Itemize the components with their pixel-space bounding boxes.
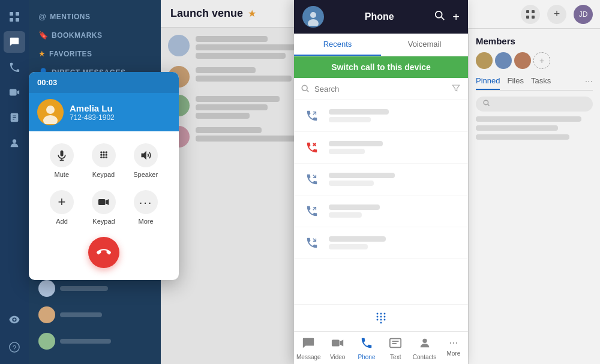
- channel-favorites[interactable]: ★ FAVORITES: [29, 44, 161, 63]
- keypad-button-2[interactable]: Keypad: [92, 190, 116, 225]
- user-avatar-btn[interactable]: JD: [574, 5, 593, 24]
- sidebar-icon-phone[interactable]: [4, 56, 25, 78]
- phone-search-bar: [294, 78, 468, 100]
- recent-item-2[interactable]: [294, 132, 468, 164]
- dm-item-2[interactable]: [34, 304, 156, 326]
- mentions-label: MENTIONS: [50, 13, 90, 21]
- nav-text[interactable]: Text: [381, 332, 410, 364]
- member-avatars: +: [476, 52, 593, 69]
- svg-point-58: [422, 339, 427, 343]
- recent-item-4[interactable]: [294, 195, 468, 227]
- svg-rect-13: [532, 10, 535, 13]
- nav-message-label: Message: [296, 354, 321, 360]
- nav-video[interactable]: Video: [323, 332, 352, 364]
- tab-files[interactable]: Files: [507, 76, 523, 90]
- phone-add-icon[interactable]: +: [452, 10, 460, 24]
- nav-more[interactable]: ··· More: [439, 332, 468, 364]
- panel-search: [476, 97, 593, 112]
- right-panel: + JD Members + Pinned Files Tasks ···: [468, 0, 600, 364]
- mute-button[interactable]: Mute: [50, 143, 74, 178]
- dialpad-button[interactable]: [294, 304, 468, 331]
- recent-info-3: [329, 173, 452, 186]
- svg-point-28: [103, 154, 104, 156]
- recent-detail-line: [329, 117, 371, 122]
- more-icon: ···: [134, 190, 158, 214]
- svg-rect-1: [16, 12, 19, 16]
- svg-point-46: [384, 313, 386, 315]
- tab-tasks[interactable]: Tasks: [531, 76, 551, 90]
- recent-item-3[interactable]: [294, 164, 468, 195]
- search-icon-phone: [301, 85, 310, 93]
- member-avatar-1: [476, 52, 493, 69]
- panel-line: [476, 134, 569, 140]
- svg-rect-2: [10, 18, 13, 22]
- call-actions-row-1: Mute Keypad: [41, 143, 167, 178]
- speaker-button[interactable]: Speaker: [133, 143, 158, 178]
- tab-voicemail[interactable]: Voicemail: [381, 34, 468, 56]
- nav-message[interactable]: Message: [294, 332, 323, 364]
- recent-name-line: [329, 141, 383, 146]
- chat-line: [196, 113, 250, 119]
- dialpad-icon: [98, 149, 110, 161]
- phone-header-avatar: [302, 6, 324, 28]
- phone-title: Phone: [330, 11, 428, 22]
- recent-detail-line: [329, 181, 374, 186]
- phone-search-input[interactable]: [314, 85, 446, 94]
- end-call-button[interactable]: [88, 237, 119, 268]
- nav-more-label: More: [446, 350, 460, 357]
- recent-info-5: [329, 236, 452, 249]
- channel-mentions[interactable]: @ MENTIONS: [29, 7, 161, 26]
- sidebar-icon-meetings[interactable]: [4, 82, 25, 103]
- keypad-button-1[interactable]: Keypad: [92, 143, 116, 178]
- svg-point-47: [377, 316, 379, 318]
- more-nav-icon: ···: [449, 336, 458, 349]
- svg-point-9: [13, 139, 16, 143]
- svg-point-44: [377, 313, 379, 315]
- svg-point-40: [302, 85, 307, 91]
- add-icon-btn[interactable]: +: [547, 5, 566, 24]
- sidebar-icon-notes[interactable]: [4, 107, 25, 128]
- sidebar-icon-settings[interactable]: [4, 309, 25, 330]
- nav-phone[interactable]: Phone: [352, 332, 381, 364]
- chat-line: [196, 44, 304, 50]
- member-avatar-2: [495, 52, 512, 69]
- add-member-btn[interactable]: +: [533, 52, 550, 69]
- right-panel-body: Members + Pinned Files Tasks ···: [476, 36, 593, 140]
- call-actions-section: Mute Keypad: [29, 131, 179, 280]
- more-options-btn[interactable]: ···: [585, 76, 593, 90]
- video-icon: [92, 190, 116, 214]
- sidebar-icon-people[interactable]: [4, 132, 25, 154]
- chat-line: [196, 36, 268, 42]
- phone-search-icon[interactable]: [434, 10, 445, 24]
- end-call-icon: [97, 245, 111, 260]
- sidebar-icon-help[interactable]: ?: [4, 336, 25, 358]
- dm-item-1[interactable]: [34, 278, 156, 299]
- sidebar-icon-chat[interactable]: [4, 31, 25, 53]
- filter-icon[interactable]: [451, 83, 461, 95]
- sidebar-icon-grid[interactable]: [4, 6, 25, 28]
- tab-recents[interactable]: Recents: [294, 34, 381, 56]
- svg-point-36: [310, 12, 316, 18]
- at-icon: @: [38, 12, 46, 21]
- grid-icon-btn[interactable]: [521, 5, 540, 24]
- svg-line-17: [488, 104, 490, 106]
- recent-name-line: [329, 109, 389, 115]
- svg-rect-0: [10, 12, 13, 16]
- channel-bookmarks[interactable]: 🔖 BOOKMARKS: [29, 26, 161, 44]
- svg-point-26: [105, 151, 107, 153]
- recent-item-1[interactable]: [294, 100, 468, 132]
- avatar-initials: JD: [579, 10, 588, 19]
- panel-line: [476, 116, 581, 122]
- dm-item-3[interactable]: [34, 330, 156, 352]
- svg-line-41: [307, 90, 308, 92]
- camera-icon: [98, 196, 110, 208]
- svg-point-49: [384, 316, 386, 318]
- panel-tabs: Pinned Files Tasks ···: [476, 76, 593, 91]
- tab-pinned[interactable]: Pinned: [476, 76, 500, 90]
- switch-call-banner[interactable]: Switch call to this device: [294, 56, 468, 78]
- nav-contacts[interactable]: Contacts: [410, 332, 439, 364]
- recent-item-5[interactable]: [294, 227, 468, 259]
- more-button[interactable]: ··· More: [134, 190, 158, 225]
- add-button[interactable]: + Add: [50, 190, 74, 225]
- svg-point-51: [380, 319, 382, 321]
